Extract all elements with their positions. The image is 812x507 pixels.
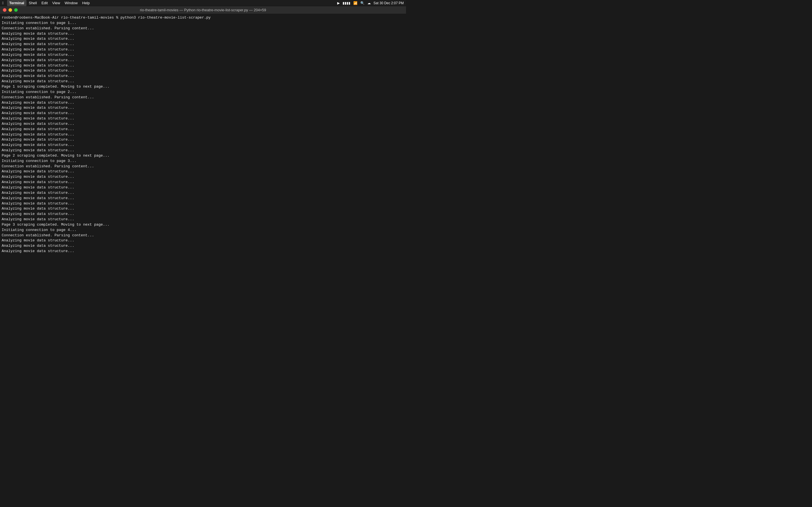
terminal-line: Initiating connection to page 1... <box>2 20 404 26</box>
datetime: Sat 30 Dec 2:07 PM <box>373 1 404 5</box>
menu-edit[interactable]: Edit <box>39 0 50 6</box>
menu-terminal[interactable]: Terminal <box>7 0 27 6</box>
terminal-line: Analyzing movie data structure... <box>2 243 404 249</box>
terminal-line: Analyzing movie data structure... <box>2 132 404 137</box>
terminal-line: Analyzing movie data structure... <box>2 249 404 253</box>
apple-menu[interactable]:  <box>2 1 4 5</box>
terminal-line: Page 1 scraping completed. Moving to nex… <box>2 84 404 90</box>
icloud-icon: ☁ <box>367 1 371 5</box>
terminal-line: Analyzing movie data structure... <box>2 174 404 180</box>
terminal-line: Analyzing movie data structure... <box>2 206 404 212</box>
minimize-button[interactable] <box>8 8 12 12</box>
terminal-line: Initiating connection to page 3... <box>2 159 404 164</box>
search-icon[interactable]: 🔍 <box>360 1 364 5</box>
terminal-line: Analyzing movie data structure... <box>2 36 404 42</box>
menu-shell[interactable]: Shell <box>27 0 39 6</box>
terminal-line: Connection established. Parsing content.… <box>2 26 404 31</box>
media-play-icon: ▶ <box>337 1 340 5</box>
terminal-line: Analyzing movie data structure... <box>2 127 404 132</box>
close-button[interactable] <box>3 8 6 12</box>
terminal-line: Analyzing movie data structure... <box>2 63 404 68</box>
terminal-line: Analyzing movie data structure... <box>2 73 404 79</box>
terminal-line: Analyzing movie data structure... <box>2 111 404 116</box>
terminal-line: Analyzing movie data structure... <box>2 196 404 201</box>
terminal-line: Analyzing movie data structure... <box>2 143 404 148</box>
terminal-line: Page 3 scraping completed. Moving to nex… <box>2 222 404 228</box>
terminal-line: Analyzing movie data structure... <box>2 212 404 217</box>
menu-window[interactable]: Window <box>62 0 80 6</box>
title-bar: rio-theatre-tamil-movies — Python rio-th… <box>0 6 406 14</box>
terminal-line: Analyzing movie data structure... <box>2 148 404 153</box>
terminal-prompt: rooben@roobens-MacBook-Air rio-theatre-t… <box>2 15 404 20</box>
terminal-line: Analyzing movie data structure... <box>2 42 404 47</box>
terminal-line: Connection established. Parsing content.… <box>2 95 404 100</box>
terminal-line: Analyzing movie data structure... <box>2 137 404 143</box>
terminal-line: Analyzing movie data structure... <box>2 47 404 52</box>
battery-icon: ▮▮▮▮ <box>343 1 350 5</box>
terminal-line: Analyzing movie data structure... <box>2 116 404 121</box>
terminal-line: Initiating connection to page 4... <box>2 228 404 233</box>
menu-bar:  Terminal Shell Edit View Window Help ▶… <box>0 0 406 6</box>
terminal-line: Analyzing movie data structure... <box>2 201 404 207</box>
menu-view[interactable]: View <box>50 0 62 6</box>
terminal-line: Analyzing movie data structure... <box>2 217 404 222</box>
terminal-line: Analyzing movie data structure... <box>2 169 404 174</box>
wifi-icon: 📶 <box>353 1 357 5</box>
terminal-line: Analyzing movie data structure... <box>2 31 404 37</box>
terminal-line: Analyzing movie data structure... <box>2 121 404 127</box>
terminal-line: Analyzing movie data structure... <box>2 79 404 84</box>
terminal-content[interactable]: rooben@roobens-MacBook-Air rio-theatre-t… <box>0 14 406 253</box>
terminal-line: Analyzing movie data structure... <box>2 58 404 63</box>
terminal-line: Analyzing movie data structure... <box>2 238 404 243</box>
terminal-line: Analyzing movie data structure... <box>2 180 404 185</box>
terminal-line: Analyzing movie data structure... <box>2 100 404 106</box>
terminal-line: Page 2 scraping completed. Moving to nex… <box>2 153 404 159</box>
maximize-button[interactable] <box>14 8 18 12</box>
terminal-line: Analyzing movie data structure... <box>2 52 404 58</box>
terminal-line: Initiating connection to page 2... <box>2 90 404 95</box>
terminal-line: Analyzing movie data structure... <box>2 185 404 190</box>
terminal-line: Analyzing movie data structure... <box>2 105 404 111</box>
terminal-line: Connection established. Parsing content.… <box>2 164 404 169</box>
traffic-lights <box>3 8 18 12</box>
menu-help[interactable]: Help <box>80 0 92 6</box>
terminal-line: Analyzing movie data structure... <box>2 190 404 196</box>
terminal-line: Analyzing movie data structure... <box>2 68 404 73</box>
terminal-line: Connection established. Parsing content.… <box>2 233 404 238</box>
window-title: rio-theatre-tamil-movies — Python rio-th… <box>140 8 266 12</box>
menu-bar-right: ▶ ▮▮▮▮ 📶 🔍 ☁ Sat 30 Dec 2:07 PM <box>337 0 404 6</box>
